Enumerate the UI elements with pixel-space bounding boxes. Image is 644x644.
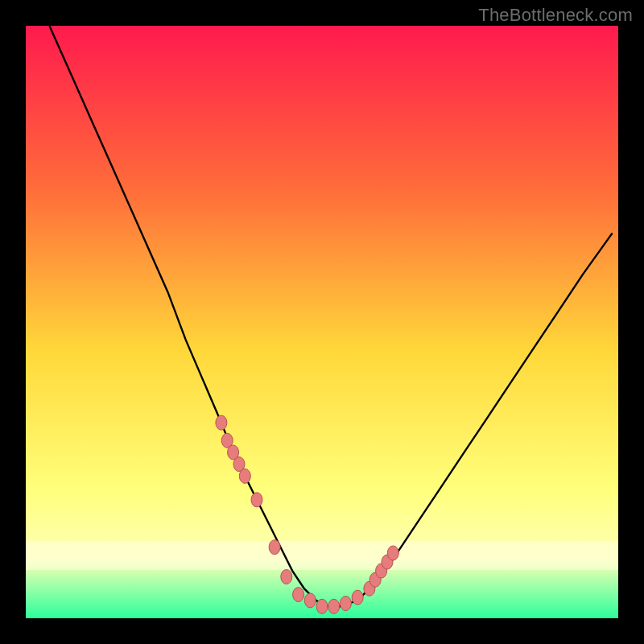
highlight-band xyxy=(26,541,618,570)
plot-area xyxy=(26,26,618,618)
marker-point xyxy=(340,597,351,611)
bottleneck-chart xyxy=(26,26,618,618)
marker-point xyxy=(328,599,340,613)
watermark-text: TheBottleneck.com xyxy=(478,5,633,26)
marker-point xyxy=(316,599,328,613)
gradient-background xyxy=(26,26,618,618)
marker-point xyxy=(352,590,363,605)
marker-point xyxy=(239,469,250,483)
marker-point xyxy=(293,588,304,602)
marker-point xyxy=(216,415,227,430)
marker-point xyxy=(251,493,262,507)
marker-point xyxy=(269,540,280,555)
marker-point xyxy=(281,570,292,584)
marker-point xyxy=(387,546,398,560)
chart-frame: TheBottleneck.com xyxy=(0,0,644,644)
marker-point xyxy=(304,593,316,608)
